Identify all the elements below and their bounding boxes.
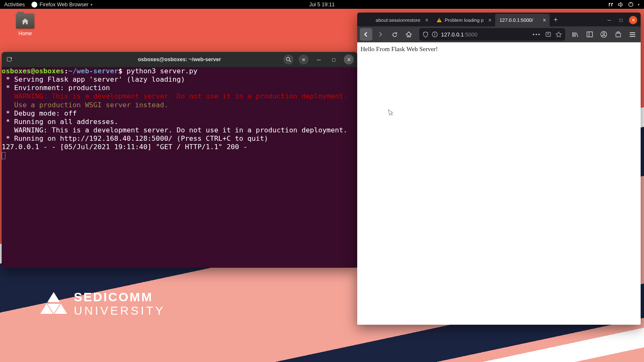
url-bar[interactable]: 127.0.0.1:5000 ••• — [419, 28, 565, 41]
volume-icon[interactable] — [618, 2, 624, 7]
search-button[interactable] — [283, 54, 293, 65]
navigation-toolbar: 127.0.0.1:5000 ••• — [357, 26, 641, 42]
info-icon[interactable] — [432, 31, 438, 37]
reload-button[interactable] — [388, 28, 401, 41]
svg-line-6 — [289, 60, 291, 62]
clock[interactable]: Jul 5 19:11 — [309, 2, 335, 8]
more-actions-icon[interactable]: ••• — [532, 31, 541, 38]
new-tab-button[interactable] — [5, 55, 14, 64]
minimize-button[interactable]: ─ — [605, 16, 613, 24]
new-tab-button[interactable]: + — [550, 16, 561, 23]
chevron-down-icon[interactable]: ▾ — [638, 3, 640, 7]
maximize-button[interactable]: □ — [617, 16, 625, 24]
menu-icon[interactable] — [626, 28, 638, 40]
library-icon[interactable] — [569, 28, 581, 40]
close-icon[interactable]: × — [486, 17, 493, 23]
minimize-button[interactable]: ─ — [314, 54, 324, 65]
tab-sessionrestore[interactable]: about:sessionrestore × — [371, 14, 432, 26]
firefox-window: about:sessionrestore × Problem loading p… — [357, 13, 641, 325]
home-folder-label: Home — [18, 31, 32, 36]
power-icon[interactable] — [628, 2, 634, 7]
tab-label: 127.0.0.1:5000/ — [499, 18, 533, 23]
activities-button[interactable]: Activities — [4, 2, 25, 8]
terminal-content[interactable]: osboxes@osboxes:~/web-server$ python3 se… — [2, 67, 357, 160]
forward-button[interactable] — [374, 28, 387, 41]
terminal-titlebar[interactable]: osboxes@osboxes: ~/web-server ≡ ─ □ ✕ — [2, 52, 357, 67]
svg-rect-15 — [587, 32, 592, 37]
network-icon[interactable] — [608, 2, 614, 7]
svg-point-5 — [286, 57, 290, 61]
maximize-button[interactable]: □ — [329, 54, 339, 65]
svg-rect-19 — [616, 33, 621, 37]
reader-icon[interactable] — [545, 31, 551, 37]
svg-point-18 — [603, 33, 605, 35]
back-button[interactable] — [360, 28, 372, 41]
tab-problem-loading[interactable]: Problem loading p × — [432, 14, 496, 26]
tab-localhost[interactable]: 127.0.0.1:5000/ × — [495, 14, 550, 26]
sidebar-icon[interactable] — [584, 28, 595, 40]
logo-line-2: UNIVERSITY — [74, 304, 165, 318]
url-host: 127.0.0.1 — [441, 31, 464, 38]
svg-rect-2 — [7, 57, 11, 61]
close-button[interactable]: ✕ — [629, 16, 637, 24]
svg-rect-8 — [439, 21, 439, 21]
home-folder-desktop-icon[interactable]: Home — [13, 13, 38, 36]
bookmark-star-icon[interactable] — [556, 31, 562, 38]
triangle-logo-icon — [40, 292, 67, 315]
home-button[interactable] — [402, 28, 415, 41]
chevron-down-icon: ▾ — [91, 3, 93, 7]
terminal-title: osboxes@osboxes: ~/web-server — [138, 57, 221, 62]
extension-icon[interactable] — [612, 28, 624, 40]
warning-icon — [436, 17, 442, 23]
url-port: :5000 — [464, 31, 478, 38]
logo-line-1: SEDICOMM — [74, 290, 165, 304]
cursor — [2, 152, 5, 159]
svg-rect-20 — [617, 32, 619, 33]
folder-icon — [16, 13, 34, 28]
svg-rect-7 — [439, 19, 439, 21]
gnome-top-panel: Activities Firefox Web Browser ▾ Jul 5 1… — [0, 0, 644, 9]
app-menu[interactable]: Firefox Web Browser ▾ — [31, 2, 92, 8]
menu-button[interactable]: ≡ — [299, 54, 309, 65]
account-icon[interactable] — [598, 28, 610, 40]
tab-bar: about:sessionrestore × Problem loading p… — [357, 13, 641, 26]
terminal-window: osboxes@osboxes: ~/web-server ≡ ─ □ ✕ os… — [2, 52, 357, 268]
shield-icon[interactable] — [423, 31, 428, 38]
svg-rect-11 — [434, 34, 435, 36]
browser-viewport[interactable]: Hello From Flask Web Server! — [357, 42, 641, 325]
tab-label: Problem loading p — [445, 18, 484, 23]
close-button[interactable]: ✕ — [344, 54, 354, 65]
sedicomm-logo: SEDICOMM UNIVERSITY — [40, 290, 165, 318]
mouse-pointer-icon — [385, 108, 395, 119]
close-icon[interactable]: × — [423, 17, 431, 23]
svg-point-10 — [434, 33, 435, 34]
app-menu-label: Firefox Web Browser — [39, 2, 88, 8]
page-text: Hello From Flask Web Server! — [361, 46, 438, 52]
firefox-icon — [31, 2, 37, 8]
close-icon[interactable]: × — [540, 17, 548, 23]
tab-label: about:sessionrestore — [376, 18, 421, 23]
